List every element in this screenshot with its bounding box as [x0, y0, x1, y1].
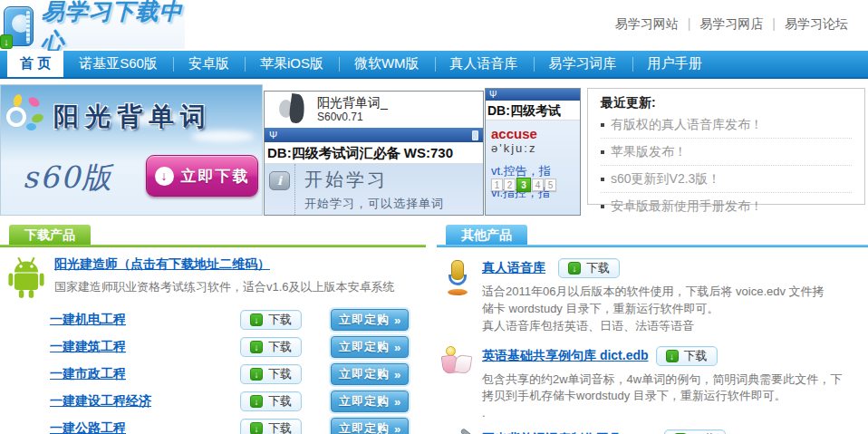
chevron-right-icon: » [394, 341, 400, 354]
microphone-icon [440, 258, 477, 302]
download-icon: ↓ [568, 262, 581, 275]
banner-download-button[interactable]: ↓ 立即下载 [146, 155, 258, 197]
app-version: S60v0.71 [317, 111, 388, 124]
banner-download-label: 立即下载 [181, 166, 250, 187]
page-4[interactable]: 4 [532, 178, 544, 191]
download-button[interactable]: ↓下载 [664, 429, 726, 434]
book-icon [440, 346, 477, 390]
table-row: 一建建设工程经济 ↓下载 立即定购» [50, 388, 426, 415]
screenshot-pagination: 1 2 3 4 5 [491, 178, 557, 192]
link-store[interactable]: 易学习网店 [699, 16, 763, 31]
download-icon: ↓ [250, 368, 263, 381]
zipper-shape [26, 11, 30, 43]
row-link[interactable]: 一建公路工程 [50, 420, 240, 434]
order-button[interactable]: 立即定购» [331, 418, 409, 434]
menu-icon-column: i [265, 164, 295, 216]
update-item[interactable]: 安卓版最新使用手册发布！ [601, 193, 852, 219]
page-3-active[interactable]: 3 [516, 178, 531, 192]
main-nav: 首 页 诺基亚S60版 安卓版 苹果iOS版 微软WM版 真人语音库 易学习词库… [0, 51, 868, 79]
bullet-icon [601, 150, 604, 154]
download-button[interactable]: ↓下载 [240, 419, 302, 434]
updates-title: 最近更新: [601, 95, 852, 111]
download-products-tabrow: 下载产品 [0, 225, 426, 247]
app-title: 阳光背单词_ S60v0.71 [317, 95, 388, 125]
nav-home[interactable]: 首 页 [7, 51, 63, 77]
sentence-library-link[interactable]: 英语基础共享例句库 dict.edb [482, 348, 649, 364]
table-row: 一建机电工程 ↓下载 立即定购» [50, 306, 426, 333]
order-button[interactable]: 立即定购» [331, 391, 409, 412]
status-bar: Ψ [486, 89, 580, 101]
link-separator: | [688, 16, 691, 31]
page-1[interactable]: 1 [491, 178, 503, 191]
db-status-line: DB:四级考试词汇必备 WS:730 [265, 142, 483, 164]
antenna-icon: Ψ [489, 90, 497, 100]
download-button[interactable]: ↓下载 [558, 258, 620, 278]
nav-manual[interactable]: 用户手册 [632, 51, 718, 77]
download-icon: ↓ [666, 350, 679, 362]
app-titlebar: 阳光背单词_ S60v0.71 [265, 92, 483, 128]
nav-nokia-s60[interactable]: 诺基亚S60版 [63, 51, 173, 77]
page-2[interactable]: 2 [504, 178, 516, 191]
list-item: W 阳光背单词词库制作工具 UTF8 ↓下载 [437, 429, 868, 434]
nav-bottom-strip [0, 79, 868, 83]
download-circle-icon: ↓ [155, 167, 174, 186]
tab-download-products[interactable]: 下载产品 [9, 225, 91, 245]
android-product-title-link[interactable]: 阳光建造师（点击有下载地址二维码） [54, 256, 270, 273]
link-forum[interactable]: 易学习论坛 [785, 16, 848, 31]
update-item[interactable]: 苹果版发布！ [601, 139, 852, 166]
update-item[interactable]: s60更新到V2.3版！ [601, 166, 852, 193]
word-phonetic: ə'kju:z [491, 141, 580, 155]
list-item: 英语基础共享例句库 dict.edb ↓下载 包含共享的约2w单词音标，4w单词… [437, 346, 868, 423]
info-icon: i [269, 171, 290, 190]
download-button[interactable]: ↓下载 [240, 337, 302, 357]
row-link[interactable]: 一建市政工程 [50, 366, 240, 382]
chevron-right-icon: » [394, 395, 400, 409]
row-link[interactable]: 一建建设工程经济 [50, 393, 240, 410]
link-website[interactable]: 易学习网站 [615, 16, 679, 31]
nav-android[interactable]: 安卓版 [173, 51, 245, 77]
table-row: 一建建筑工程 ↓下载 立即定购» [50, 333, 426, 361]
sun-logo-icon [5, 94, 44, 134]
chevron-right-icon: » [394, 422, 400, 434]
item-description: 适合2011年06月以后版本的软件使用，下载后将 voice.edv 文件拷 储… [482, 284, 825, 335]
nav-dictionary[interactable]: 易学习词库 [534, 51, 632, 77]
row-link[interactable]: 一建建筑工程 [50, 339, 240, 355]
menu-item-title: 开始学习 [304, 168, 444, 192]
nav-voice-library[interactable]: 真人语音库 [435, 51, 534, 77]
order-button[interactable]: 立即定购» [331, 309, 409, 331]
app-screenshots: 阳光背单词_ S60v0.71 Ψ DB:四级考试词汇必备 WS:730 i 开… [263, 84, 582, 216]
site-logo[interactable]: ↓ 易学习下载中心 [4, 4, 185, 49]
status-bar: Ψ [265, 128, 483, 142]
download-rows: 一建机电工程 ↓下载 立即定购» 一建建筑工程 ↓下载 立即定购» 一建市政工程… [50, 306, 426, 434]
banner-subtitle: s60版 [23, 158, 113, 198]
nav-ios[interactable]: 苹果iOS版 [245, 51, 339, 77]
word-text: accuse [491, 126, 580, 141]
android-robot-icon [5, 256, 47, 301]
tool-book-icon: W [440, 429, 477, 434]
voice-library-link[interactable]: 真人语音库 [482, 260, 545, 276]
tab-other-products[interactable]: 其他产品 [446, 225, 527, 245]
download-button[interactable]: ↓下载 [240, 391, 302, 411]
word-content: accuse ə'kju:z vt.控告，指 vi.指控，指 [486, 121, 580, 216]
row-link[interactable]: 一建机电工程 [50, 312, 240, 328]
android-product: 阳光建造师（点击有下载地址二维码） 国家建造师职业资格考试练习软件，适合v1.6… [0, 254, 426, 301]
chevron-right-icon: » [394, 313, 400, 327]
download-button[interactable]: ↓下载 [656, 346, 718, 366]
download-icon: ↓ [250, 341, 263, 353]
banner-title: 阳光背单词 [53, 100, 212, 134]
download-button[interactable]: ↓下载 [240, 310, 302, 330]
item-description: 包含共享的约2w单词音标，4w单词的例句，简明词典需要此文件，下 拷贝到手机存储… [482, 371, 842, 423]
page-5[interactable]: 5 [545, 178, 556, 191]
download-button[interactable]: ↓下载 [240, 364, 302, 384]
screenshot-word-view: Ψ DB:四级考试 accuse ə'kju:z vt.控告，指 vi.指控，指 [485, 88, 581, 216]
table-row: 一建公路工程 ↓下载 立即定购» [50, 415, 426, 434]
other-products-column: 其他产品 真人语音库 ↓下载 适合2011年06月以后版本的软件使用，下载后将 … [437, 225, 868, 434]
order-button[interactable]: 立即定购» [331, 336, 409, 358]
header: ↓ 易学习下载中心 易学习网站|易学习网店|易学习论坛 [0, 0, 868, 51]
update-item[interactable]: 有版权的真人语音库发布！ [601, 111, 852, 139]
order-button[interactable]: 立即定购» [331, 363, 409, 385]
promo-banner[interactable]: 阳光背单词 s60版 ↓ 立即下载 [0, 84, 263, 216]
link-separator: | [772, 16, 776, 31]
nav-wm[interactable]: 微软WM版 [339, 51, 435, 77]
download-icon: ↓ [250, 395, 263, 408]
